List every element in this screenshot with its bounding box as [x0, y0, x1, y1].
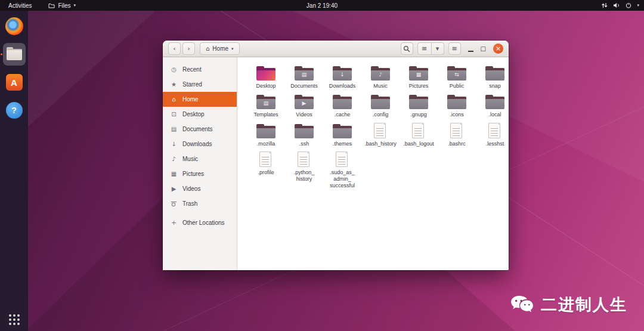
app-menu-button[interactable]: Files ▾	[45, 0, 79, 11]
wechat-icon	[510, 295, 535, 315]
video-icon: ▶	[171, 185, 177, 193]
path-label: Home	[212, 45, 228, 52]
file-item[interactable]: .gnupg	[400, 93, 438, 118]
file-item[interactable]: .cache	[323, 93, 361, 118]
show-apps-button[interactable]	[9, 314, 20, 325]
folder-icon: ↓	[332, 64, 353, 81]
back-button[interactable]: ‹	[168, 42, 181, 55]
sidebar-item-label: Downloads	[182, 141, 212, 147]
file-item[interactable]: .lesshst	[476, 122, 509, 147]
sidebar-item-trash[interactable]: Trash	[163, 196, 237, 211]
ubuntu-software-icon: A	[6, 74, 23, 91]
file-name: Music	[363, 83, 398, 89]
help-icon: ?	[6, 102, 23, 119]
text-file-icon	[293, 151, 315, 168]
text-file-icon	[484, 122, 506, 139]
download-icon: ↓	[171, 141, 177, 148]
view-options-button[interactable]: ▾	[432, 42, 444, 55]
folder-emblem-icon: ♪	[370, 72, 391, 78]
close-button[interactable]: ×	[493, 44, 503, 54]
dock-ubuntu-software[interactable]: A	[3, 71, 26, 94]
sidebar-item-label: Desktop	[182, 111, 205, 117]
menu-button[interactable]: ≡	[448, 42, 461, 55]
sidebar: ◷Recent ★Starred ⌂Home ⊡Desktop ▤Documen…	[163, 57, 237, 270]
file-item[interactable]: .config	[361, 93, 400, 118]
view-list-button[interactable]: ≡	[417, 42, 432, 55]
activities-button[interactable]: Activities	[5, 0, 35, 11]
file-name: .mozilla	[249, 141, 283, 147]
file-name: Videos	[287, 112, 321, 118]
home-icon: ⌂	[171, 96, 177, 103]
folder-icon: ⇆	[446, 64, 467, 81]
file-item[interactable]: .sudo_as_admin_successful	[323, 151, 361, 190]
file-item[interactable]: ▤Documents	[285, 64, 323, 89]
header-bar[interactable]: ‹ › ⌂ Home ▾ ≡ ▾ ≡ □ ×	[163, 41, 509, 57]
dock: A ?	[0, 11, 28, 331]
file-item[interactable]: ⇆Public	[438, 64, 476, 89]
sidebar-item-recent[interactable]: ◷Recent	[163, 62, 237, 77]
dock-firefox[interactable]	[3, 15, 26, 38]
sidebar-item-starred[interactable]: ★Starred	[163, 77, 237, 92]
system-tray[interactable]: ▾	[601, 2, 639, 8]
file-grid: Desktop ▤Documents ↓Downloads ♪Music ▦Pi…	[237, 57, 509, 190]
search-button[interactable]	[401, 42, 413, 55]
music-note-icon: ♪	[171, 156, 177, 163]
maximize-button[interactable]: □	[481, 45, 486, 52]
file-item[interactable]: .icons	[438, 93, 476, 118]
sidebar-item-label: Trash	[182, 200, 197, 207]
sidebar-item-label: Starred	[182, 81, 202, 88]
sidebar-item-label: Pictures	[182, 171, 204, 177]
file-name: .bashrc	[439, 141, 474, 147]
folder-emblem-icon: ▤	[293, 72, 315, 78]
sidebar-item-label: Recent	[182, 66, 202, 73]
top-bar: Activities Files ▾ Jan 2 19:40 ▾	[0, 0, 644, 11]
file-item[interactable]: .python_history	[285, 151, 323, 183]
file-name: Public	[439, 83, 474, 89]
file-name: .icons	[439, 112, 474, 118]
file-item[interactable]: .mozilla	[247, 122, 285, 147]
file-item[interactable]: .bash_logout	[400, 122, 438, 147]
file-item[interactable]: ↓Downloads	[323, 64, 361, 89]
sidebar-item-videos[interactable]: ▶Videos	[163, 181, 237, 196]
path-button[interactable]: ⌂ Home ▾	[200, 42, 240, 55]
folder-icon	[332, 93, 353, 110]
window-controls: □ ×	[468, 44, 503, 54]
sidebar-item-desktop[interactable]: ⊡Desktop	[163, 107, 237, 122]
folder-emblem-icon: ▶	[293, 101, 315, 106]
dock-help[interactable]: ?	[3, 99, 26, 122]
file-item[interactable]: .bashrc	[438, 122, 476, 147]
power-icon	[626, 2, 631, 8]
file-item[interactable]: .profile	[247, 151, 285, 176]
file-item[interactable]: .themes	[323, 122, 361, 147]
file-item[interactable]: .bash_history	[361, 122, 400, 147]
file-name: .bash_history	[363, 141, 398, 147]
file-item[interactable]: snap	[476, 64, 509, 89]
search-icon	[403, 45, 410, 52]
chevron-down-icon: ▾	[637, 3, 639, 8]
file-view[interactable]: Desktop ▤Documents ↓Downloads ♪Music ▦Pi…	[237, 57, 509, 270]
sidebar-item-downloads[interactable]: ↓Downloads	[163, 137, 237, 151]
folder-emblem-icon: ⇆	[446, 72, 467, 78]
forward-button[interactable]: ›	[182, 42, 195, 55]
sidebar-item-documents[interactable]: ▤Documents	[163, 122, 237, 137]
file-name: .local	[478, 112, 509, 118]
sidebar-item-label: Music	[182, 156, 198, 162]
file-item[interactable]: ♪Music	[361, 64, 400, 89]
file-item[interactable]: .ssh	[285, 122, 323, 147]
file-name: Downloads	[325, 83, 360, 89]
dock-files[interactable]	[3, 43, 26, 66]
sidebar-item-music[interactable]: ♪Music	[163, 151, 237, 166]
file-item[interactable]: .local	[476, 93, 509, 118]
file-item[interactable]: ▤Templates	[247, 93, 285, 118]
file-item[interactable]: ▶Videos	[285, 93, 323, 118]
sidebar-item-label: Documents	[182, 126, 213, 132]
sidebar-item-pictures[interactable]: ▦Pictures	[163, 166, 237, 181]
sidebar-item-home[interactable]: ⌂Home	[163, 92, 237, 107]
sidebar-item-other-locations[interactable]: +Other Locations	[163, 215, 237, 230]
folder-icon: ▦	[408, 64, 429, 81]
file-item[interactable]: ▦Pictures	[400, 64, 438, 89]
folder-icon: ▶	[293, 93, 315, 110]
file-item[interactable]: Desktop	[247, 64, 285, 89]
file-name: .gnupg	[401, 112, 436, 118]
minimize-button[interactable]	[468, 51, 473, 52]
